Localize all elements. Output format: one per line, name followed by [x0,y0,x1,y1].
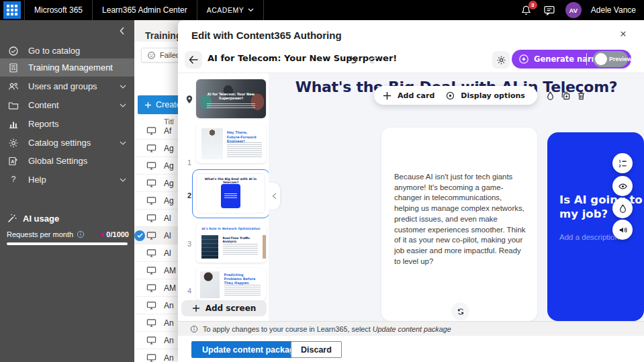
undo-icon [348,54,358,64]
thumb-text-lines [227,142,262,157]
training-icon [8,62,19,73]
sidebar-item-global-settings[interactable]: A Global Settings [0,152,134,170]
visibility-button[interactable] [612,176,633,196]
sidebar-item-label: Reports [28,119,59,129]
reorder-list-button[interactable]: 12 [612,153,633,173]
add-screen-label: Add screen [205,304,257,313]
chat-icon [543,4,555,16]
regenerate-button[interactable] [451,302,469,320]
bar-chart-icon [8,119,19,130]
thumb-image [201,235,218,259]
avatar[interactable]: AV [565,2,582,18]
chevron-down-icon [120,103,126,107]
sidebar-item-training-management[interactable]: Training Management [0,58,134,77]
sidebar-item-label: Users and groups [28,81,97,91]
plus-icon [192,304,200,312]
quota-value: 0/1000 [106,230,129,238]
sidebar-item-users-and-groups[interactable]: Users and groups [0,77,134,95]
ordered-list-icon: 12 [618,159,628,169]
slide-marker: 4 [183,287,195,295]
gear-icon [8,138,19,148]
close-icon[interactable]: × [616,27,631,42]
card-body-text: Because AI isn't just for tech giants an… [394,172,526,267]
sidebar-item-label: Catalog settings [28,138,91,148]
sidebar-item-go-to-catalog[interactable]: Go to catalog [0,42,134,60]
discard-button[interactable]: Discard [291,341,342,358]
heart-icon: ♥ [100,230,105,238]
slide-marker: 3 [183,240,195,248]
theme-droplet-icon[interactable] [545,91,555,101]
slide-thumb-2-selected[interactable]: What's the Big Deal with AI in Telecom? [192,169,270,218]
sidebar-item-label: Training Management [28,62,113,73]
feedback-button[interactable] [543,3,556,17]
style-droplet-button[interactable] [612,198,633,218]
check-circle-icon[interactable] [134,230,145,241]
app-title-link[interactable]: Learn365 Admin Center [92,0,197,20]
info-text: To apply changes to your course in Learn… [203,325,373,333]
back-button[interactable] [185,51,202,69]
tenant-switcher[interactable]: ACADEMY [197,0,264,20]
chevron-down-icon [120,178,126,182]
thumb-title: AI's Role in Network Optimization [201,227,260,231]
monitor-icon [146,195,156,206]
sidebar-item-help[interactable]: ? Help [0,171,134,189]
modal-title: Edit with Content365 Authoring [191,30,342,41]
monitor-icon [146,318,156,328]
monitor-icon [146,300,156,310]
wand-icon [7,213,17,224]
display-options-button[interactable]: Display options [461,91,525,100]
preview-toggle[interactable]: Preview [593,51,628,67]
text-card[interactable]: Because AI isn't just for tech giants an… [381,128,537,321]
add-card-button[interactable]: Add card [398,91,434,100]
help-icon: ? [8,175,19,185]
settings-button[interactable] [492,51,510,69]
trash-icon[interactable] [576,91,586,101]
notifications-button[interactable]: 3 [520,3,533,17]
sidebar-item-label: Global Settings [28,156,87,166]
toolbar-divider [586,53,587,65]
chevron-left-icon [272,193,277,199]
content365-authoring-modal: Edit with Content365 Authoring × AI for … [178,20,644,362]
thumb-subtitle: Real-Time Traffic Analysis [223,236,259,244]
sidebar-item-catalog-settings[interactable]: Catalog settings [0,134,134,152]
monitor-icon [146,283,156,293]
narration-button[interactable] [612,220,633,240]
thumb-text-lines [223,244,258,256]
monitor-icon [146,161,156,171]
thumb-text-lines [224,285,261,296]
duplicate-icon[interactable] [561,91,571,101]
slide-thumb-3[interactable]: AI's Role in Network Optimization Real-T… [196,224,266,263]
slide-thumb-cover[interactable]: AI for Telecom: Your New Superpower! [196,79,266,118]
requests-per-month: Requests per month ♥0/1000 [7,230,129,238]
slide-thumb-1[interactable]: Hey There, Future-Forward Engineer! [196,124,266,163]
chevron-left-icon [117,26,128,36]
brand-link[interactable]: Microsoft 365 [24,0,92,20]
redo-button[interactable] [365,51,381,67]
refresh-icon [456,307,465,316]
slide-thumb-4[interactable]: Predicting Problems Before They Happen [196,268,266,300]
rail-collapse-tab[interactable] [269,183,280,210]
display-options-icon [445,91,455,101]
thumb-title: AI for Telecom: Your New Superpower! [203,92,259,101]
info-icon[interactable] [77,230,85,238]
info-action-text: Update content package [373,325,451,333]
sidebar-item-reports[interactable]: Reports [0,115,134,133]
droplet-icon [618,203,628,214]
slide-marker: 1 [183,159,195,167]
modal-actions: Update content package Discard [178,336,644,362]
description-placeholder[interactable]: Add a description [559,233,619,241]
add-screen-button[interactable]: Add screen [181,300,267,316]
thumb-text-lines [224,193,238,199]
toggle-knob [595,53,607,65]
monitor-icon [146,178,156,188]
slide-rail: AI for Telecom: Your New Superpower! 1 H… [178,73,269,321]
people-icon [8,81,19,92]
sidebar-collapse-button[interactable] [117,26,128,36]
app-launcher-button[interactable] [0,0,24,20]
undo-button[interactable] [344,51,361,67]
preview-label: Preview [609,56,632,62]
info-icon [190,325,198,333]
monitor-icon [146,248,156,258]
sidebar-item-content[interactable]: Content [0,96,134,114]
user-name: Adele Vance [591,5,636,15]
